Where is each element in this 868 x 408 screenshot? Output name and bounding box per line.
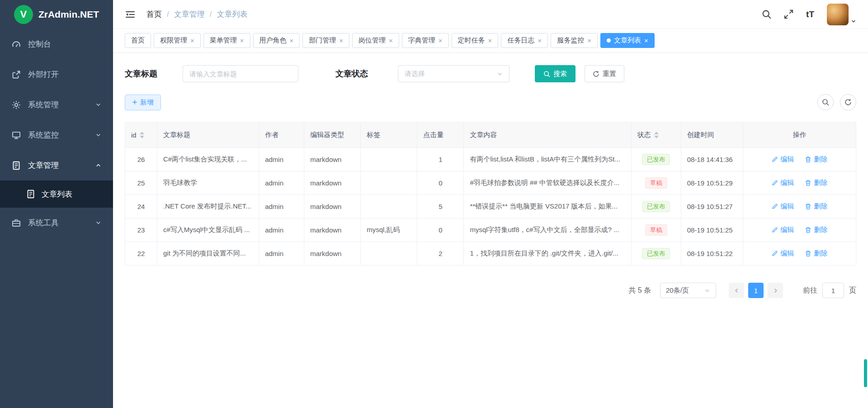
table-row: 22 git 为不同的项目设置不同... admin markdown 2 1，…	[125, 242, 856, 266]
tab-menu-manage[interactable]: 菜单管理×	[203, 33, 250, 48]
breadcrumb-item-home[interactable]: 首页	[146, 9, 162, 19]
delete-button[interactable]: 删除	[805, 249, 827, 258]
close-icon[interactable]: ×	[240, 37, 244, 44]
tab-article-list[interactable]: 文章列表×	[600, 33, 655, 48]
cell-id: 23	[125, 218, 157, 242]
article-title-input[interactable]	[183, 65, 298, 82]
fold-menu-icon[interactable]	[125, 10, 136, 19]
article-status-select[interactable]: 请选择	[398, 65, 509, 82]
edit-button[interactable]: 编辑	[771, 226, 794, 234]
delete-button[interactable]: 删除	[805, 179, 827, 187]
cell-title: git 为不同的项目设置不同...	[157, 242, 259, 266]
delete-button[interactable]: 删除	[805, 202, 827, 211]
chevron-up-icon	[95, 162, 101, 168]
cell-id: 26	[125, 148, 157, 171]
sidebar-item-label: 系统管理	[28, 100, 59, 110]
column-header-status[interactable]: 状态	[631, 123, 681, 148]
cell-title: C#两个list集合实现关联，...	[157, 148, 259, 171]
font-size-icon[interactable]: tT	[806, 9, 814, 19]
close-icon[interactable]: ×	[290, 37, 294, 44]
close-icon[interactable]: ×	[389, 37, 393, 44]
sidebar-item-system-monitor[interactable]: 系统监控	[0, 120, 113, 150]
breadcrumb-item-article-list[interactable]: 文章列表	[217, 9, 247, 19]
column-header-tags: 标签	[361, 123, 417, 148]
user-avatar[interactable]	[827, 4, 849, 25]
breadcrumb-item-article-manage[interactable]: 文章管理	[174, 9, 205, 19]
cell-title: 羽毛球教学	[157, 171, 259, 195]
search-icon[interactable]	[762, 9, 771, 19]
tab-service-monitor[interactable]: 服务监控×	[551, 33, 598, 48]
cell-tags	[361, 148, 417, 171]
sidebar-item-label: 控制台	[28, 39, 51, 49]
sidebar-item-article-manage[interactable]: 文章管理	[0, 150, 113, 180]
app-logo[interactable]: V ZrAdmin.NET	[0, 0, 113, 29]
scrollbar-thumb[interactable]	[864, 359, 867, 387]
sidebar-item-system-tools[interactable]: 系统工具	[0, 208, 113, 238]
close-icon[interactable]: ×	[538, 37, 542, 44]
sidebar-item-system-manage[interactable]: 系统管理	[0, 90, 113, 120]
column-header-hits: 点击量	[417, 123, 464, 148]
tab-dept-manage[interactable]: 部门管理×	[302, 33, 349, 48]
close-icon[interactable]: ×	[644, 37, 648, 44]
chevron-down-icon[interactable]	[851, 19, 856, 24]
edit-button[interactable]: 编辑	[771, 179, 794, 187]
close-icon[interactable]: ×	[190, 37, 194, 44]
delete-button[interactable]: 删除	[805, 226, 827, 234]
fullscreen-icon[interactable]	[784, 9, 793, 19]
next-page-button[interactable]	[768, 283, 783, 298]
tab-post-manage[interactable]: 岗位管理×	[352, 33, 399, 48]
pagination: 共 5 条 20条/页 1 前往 页	[113, 266, 868, 298]
tab-home[interactable]: 首页	[125, 33, 151, 48]
tab-task-log[interactable]: 任务日志×	[501, 33, 548, 48]
cell-actions: 编辑 删除	[743, 242, 856, 266]
app-root: V ZrAdmin.NET 控制台 外部打开 系统管理 系统监控	[0, 0, 868, 408]
cell-editor: markdown	[304, 148, 361, 171]
reset-button[interactable]: 重置	[585, 65, 624, 82]
header-actions: tT	[762, 4, 856, 25]
edit-button[interactable]: 编辑	[771, 202, 794, 211]
sidebar-item-dashboard[interactable]: 控制台	[0, 29, 113, 59]
add-button[interactable]: 新增	[125, 95, 161, 110]
page-size-select[interactable]: 20条/页	[660, 283, 716, 298]
search-icon	[543, 71, 550, 77]
search-button[interactable]: 搜索	[535, 65, 576, 82]
edit-button[interactable]: 编辑	[771, 249, 794, 258]
sidebar-item-article-list[interactable]: 文章列表	[0, 180, 113, 208]
close-icon[interactable]: ×	[488, 37, 492, 44]
sidebar-item-external-open[interactable]: 外部打开	[0, 59, 113, 90]
column-header-id[interactable]: id	[125, 123, 157, 148]
delete-button[interactable]: 删除	[805, 155, 827, 164]
delete-label: 删除	[814, 155, 827, 164]
tab-user-role[interactable]: 用户角色×	[253, 33, 300, 48]
tab-label: 文章列表	[614, 36, 641, 45]
trash-icon	[805, 227, 811, 233]
edit-button[interactable]: 编辑	[771, 155, 794, 164]
search-button-label: 搜索	[553, 70, 567, 78]
goto-page-input[interactable]	[822, 283, 844, 298]
cell-content: mysql字符集utf8，c#写入中文后，全部显示成? ...	[464, 218, 631, 242]
filter-status-label: 文章状态	[335, 68, 368, 79]
dashboard-icon	[12, 40, 21, 49]
pagination-total: 共 5 条	[628, 286, 651, 295]
cell-author: admin	[259, 148, 304, 171]
active-tab-dot	[607, 38, 611, 43]
cell-status: 草稿	[631, 171, 681, 195]
toggle-search-button[interactable]	[817, 94, 834, 110]
prev-page-button[interactable]	[729, 283, 744, 298]
cell-title: .NET Core 发布时提示.NET...	[157, 195, 259, 218]
refresh-table-button[interactable]	[840, 94, 856, 110]
tab-cron-task[interactable]: 定时任务×	[452, 33, 499, 48]
chevron-down-icon	[95, 220, 101, 226]
close-icon[interactable]: ×	[587, 37, 591, 44]
close-icon[interactable]: ×	[439, 37, 443, 44]
cell-content: 1，找到项目所在目录下的 .git/文件夹，进入.git/...	[464, 242, 631, 266]
tab-permission[interactable]: 权限管理×	[154, 33, 201, 48]
add-button-label: 新增	[140, 98, 154, 107]
status-badge: 草稿	[645, 224, 667, 236]
edit-label: 编辑	[780, 249, 794, 258]
tab-dict-manage[interactable]: 字典管理×	[402, 33, 449, 48]
close-icon[interactable]: ×	[339, 37, 343, 44]
current-page-button[interactable]: 1	[748, 283, 764, 298]
plus-icon	[132, 100, 137, 105]
document-icon	[12, 161, 21, 170]
